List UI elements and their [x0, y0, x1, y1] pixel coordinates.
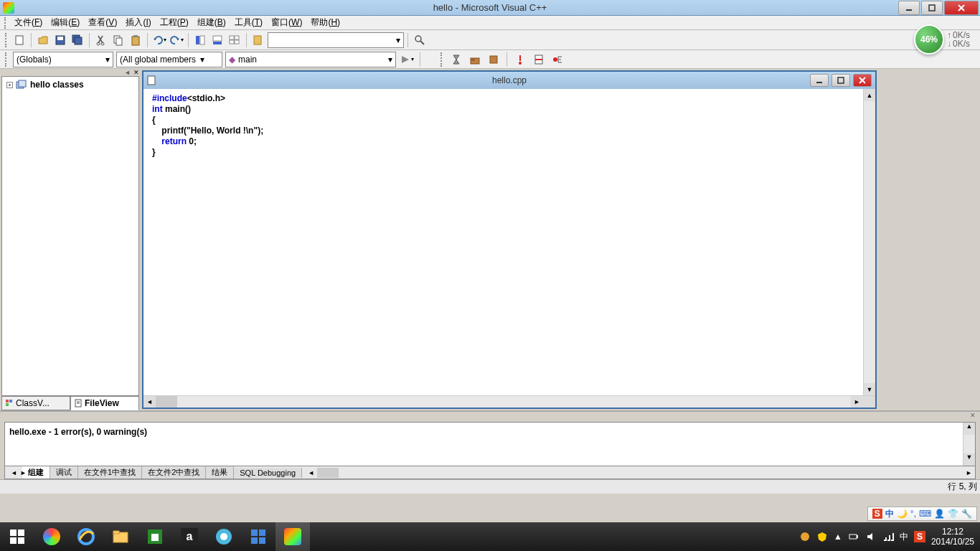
keyboard-icon[interactable]: ⌨ [919, 509, 931, 519]
task-vc[interactable] [275, 522, 310, 551]
output-close-icon[interactable]: ✕ [970, 412, 976, 418]
toolbar-grip[interactable] [440, 52, 443, 67]
tab-right-icon[interactable]: ► [19, 469, 28, 476]
menu-tools[interactable]: 工具(T) [230, 15, 267, 30]
menu-view[interactable]: 查看(V) [84, 15, 121, 30]
start-button[interactable] [0, 522, 34, 551]
task-ie[interactable] [69, 522, 103, 551]
tray-ime-s[interactable]: S [914, 531, 925, 542]
tray-shield-icon[interactable] [816, 531, 828, 542]
function-combo[interactable]: ◆main▾ [225, 52, 396, 67]
tab-classview[interactable]: ClassV... [1, 396, 70, 410]
redo-button[interactable]: ▾ [169, 32, 184, 48]
toolbar-grip[interactable] [5, 33, 8, 47]
task-app-1[interactable] [34, 522, 69, 551]
scroll-down-icon[interactable]: ▼ [864, 383, 875, 395]
ime-zh-icon[interactable]: 中 [885, 508, 894, 520]
task-explorer[interactable] [103, 522, 138, 551]
class-tree[interactable]: + hello classes [1, 76, 139, 396]
save-button[interactable] [52, 32, 68, 48]
sidebar-arrow-icon[interactable]: ◄ [123, 69, 132, 76]
workspace-button[interactable] [192, 32, 208, 48]
tray-expand-icon[interactable]: ▲ [834, 532, 842, 542]
close-button[interactable] [944, 1, 979, 15]
tray-network-icon[interactable] [882, 531, 894, 542]
output-text[interactable]: hello.exe - 1 error(s), 0 warning(s) ▲ ▼ [4, 422, 976, 466]
stop-build-button[interactable] [486, 52, 501, 67]
scroll-right-icon[interactable]: ► [963, 469, 975, 476]
breakpoint-button[interactable] [550, 52, 565, 67]
tab-fileview[interactable]: FileView [70, 396, 139, 410]
build-button[interactable] [467, 52, 483, 67]
scope-combo[interactable]: (Globals)▾ [13, 52, 113, 67]
editor-maximize-button[interactable] [831, 74, 850, 87]
menu-window[interactable]: 窗口(W) [267, 15, 306, 30]
menu-build[interactable]: 组建(B) [193, 15, 230, 30]
scroll-down-icon[interactable]: ▼ [963, 453, 975, 466]
maximize-button[interactable] [921, 1, 943, 15]
new-file-button[interactable] [11, 32, 27, 48]
compile-button[interactable] [448, 52, 464, 67]
person-icon[interactable]: 👤 [934, 509, 945, 519]
task-tiles[interactable] [241, 522, 275, 551]
output-tab-sql[interactable]: SQL Debugging [234, 468, 302, 478]
menu-project[interactable]: 工程(P) [156, 15, 193, 30]
go-debug-button[interactable] [531, 52, 547, 67]
output-tab-find2[interactable]: 在文件2中查找 [142, 466, 206, 479]
menu-help[interactable]: 帮助(H) [306, 15, 344, 30]
members-combo[interactable]: (All global members▾ [116, 52, 222, 67]
output-tab-results[interactable]: 结果 [206, 466, 234, 479]
menu-edit[interactable]: 编辑(E) [47, 15, 84, 30]
moon-icon[interactable]: 🌙 [897, 509, 908, 519]
editor-hscrollbar[interactable]: ◄ ► [143, 395, 875, 408]
editor-minimize-button[interactable] [810, 74, 829, 87]
wrench-icon[interactable]: 🔧 [961, 509, 972, 519]
tray-battery-icon[interactable] [848, 531, 859, 542]
code-editor[interactable]: #include<stdio.h> int main() { printf("H… [143, 89, 875, 395]
copy-button[interactable] [110, 32, 126, 48]
network-monitor-badge[interactable]: 46% 0K/s 0K/s [914, 24, 970, 55]
find-button[interactable] [412, 32, 428, 48]
output-tab-find1[interactable]: 在文件1中查找 [78, 466, 142, 479]
execute-button[interactable] [512, 52, 528, 67]
open-button[interactable] [35, 32, 51, 48]
task-store[interactable] [138, 522, 172, 551]
menu-insert[interactable]: 插入(I) [121, 15, 155, 30]
cut-button[interactable] [93, 32, 109, 48]
save-all-button[interactable] [70, 32, 85, 48]
ime-s-icon[interactable]: S [872, 509, 882, 519]
window-list-button[interactable] [227, 32, 242, 48]
scroll-left-icon[interactable]: ◄ [143, 396, 156, 408]
tree-root-item[interactable]: + hello classes [2, 77, 138, 93]
scroll-left-icon[interactable]: ◄ [305, 469, 317, 476]
expand-icon[interactable]: + [6, 82, 13, 88]
menu-file[interactable]: 文件(F) [10, 15, 47, 30]
output-tab-debug[interactable]: 调试 [50, 466, 78, 479]
output-vscrollbar[interactable]: ▲ ▼ [963, 423, 975, 466]
go-button[interactable]: ▾ [399, 52, 415, 67]
task-amazon[interactable]: a [172, 522, 207, 551]
toolbar-grip[interactable] [5, 52, 8, 67]
shirt-icon[interactable]: 👕 [948, 509, 958, 519]
tray-ime-zh[interactable]: 中 [900, 531, 908, 543]
find-combo[interactable]: ▾ [268, 32, 404, 48]
undo-button[interactable]: ▾ [151, 32, 167, 48]
sidebar-close-icon[interactable]: ✕ [132, 69, 141, 76]
taskbar-clock[interactable]: 12:12 2014/10/25 [931, 527, 974, 547]
menu-grip[interactable] [4, 17, 7, 29]
tray-volume-icon[interactable] [865, 531, 877, 542]
editor-close-button[interactable] [853, 74, 872, 87]
editor-vscrollbar[interactable]: ▲ ▼ [863, 89, 875, 395]
tray-qq-icon[interactable] [799, 531, 811, 542]
punct-icon[interactable]: °, [910, 509, 916, 519]
scroll-up-icon[interactable]: ▲ [963, 423, 975, 435]
paste-button[interactable] [128, 32, 143, 48]
output-window-button[interactable] [209, 32, 225, 48]
task-browser[interactable] [207, 522, 241, 551]
minimize-button[interactable] [898, 1, 920, 15]
scroll-up-icon[interactable]: ▲ [864, 89, 875, 101]
find-in-files-button[interactable] [250, 32, 266, 48]
output-hscrollbar[interactable]: ◄ ► [305, 468, 975, 478]
scroll-right-icon[interactable]: ► [851, 396, 863, 408]
tab-left-icon[interactable]: ◄ [9, 469, 19, 476]
